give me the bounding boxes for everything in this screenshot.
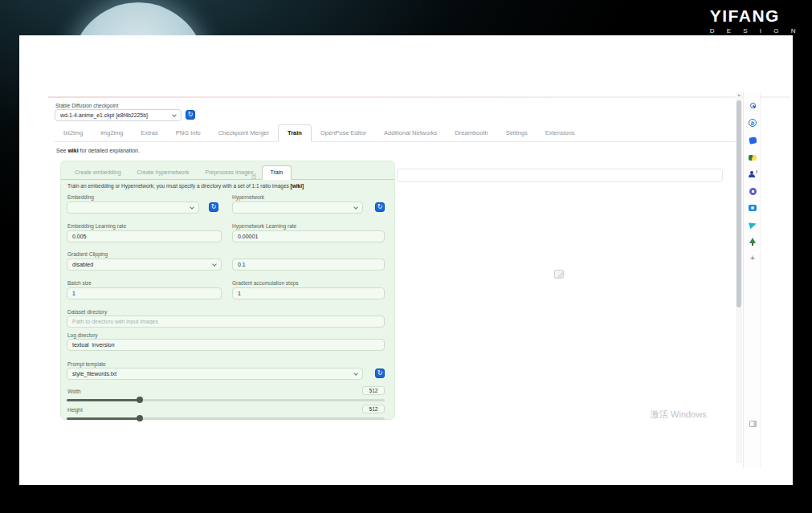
width-slider-thumb[interactable] <box>137 397 143 403</box>
translate-letter: I <box>756 169 757 174</box>
plus-glyph: + <box>750 254 755 263</box>
checkpoint-refresh-button[interactable]: ↻ <box>186 110 195 120</box>
camera-lens <box>751 206 754 210</box>
search-icon-handle <box>753 105 756 108</box>
search-icon-glass <box>750 103 756 108</box>
log-directory-input[interactable] <box>67 339 385 351</box>
camera-shape <box>749 205 757 211</box>
tree-icon[interactable] <box>748 237 757 246</box>
wiki-link[interactable]: wiki <box>67 148 78 153</box>
width-slider-fill <box>67 399 140 401</box>
height-slider[interactable] <box>67 417 385 420</box>
hypernetwork-dropdown[interactable] <box>232 202 363 214</box>
embedding-refresh-button[interactable]: ↻ <box>209 202 218 212</box>
image-creator-icon[interactable] <box>748 153 757 162</box>
tab-checkpoint-merger[interactable]: Checkpoint Merger <box>210 125 278 141</box>
person-body <box>749 174 755 177</box>
subtab-create-hypernetwork[interactable]: Create hypernetwork <box>129 166 198 179</box>
translate-icon[interactable]: I <box>748 169 757 179</box>
sidebar-panel-icon[interactable] <box>748 419 757 429</box>
panel-bar <box>753 421 756 426</box>
browser-page: Stable Diffusion checkpoint wd-1-4-anime… <box>19 35 793 485</box>
bing-chat-icon[interactable]: b <box>748 118 757 128</box>
height-slider-thumb[interactable] <box>137 415 143 421</box>
games-icon[interactable] <box>748 186 757 196</box>
training-output-textbox[interactable] <box>397 169 723 182</box>
brand-subtitle: D E S I G N <box>710 27 801 35</box>
browser-sidebar: b I <box>743 92 761 468</box>
gear-ring-shape <box>749 188 757 195</box>
panel-shape <box>749 421 757 427</box>
batch-size-input[interactable] <box>67 287 222 299</box>
prompt-template-label: Prompt template <box>67 361 106 367</box>
train-panel: Create embedding Create hypernetwork Pre… <box>60 161 395 420</box>
embedding-lr-input[interactable] <box>67 230 222 242</box>
chevron-down-icon <box>172 112 177 117</box>
refresh-icon: ↻ <box>377 204 383 210</box>
screenshot-icon[interactable] <box>748 203 757 213</box>
log-directory-label: Log directory <box>67 332 98 338</box>
tab-extras[interactable]: Extras <box>133 125 167 141</box>
bing-letter: b <box>749 119 757 127</box>
tab-txt2img[interactable]: txt2img <box>55 125 92 141</box>
top-divider-line <box>48 96 790 98</box>
tab-png-info[interactable]: PNG Info <box>167 125 210 141</box>
embedding-dropdown[interactable] <box>67 202 199 214</box>
hypernetwork-lr-input[interactable] <box>232 230 385 242</box>
width-value-box[interactable]: 512 <box>362 386 385 395</box>
paper-plane-shape <box>748 221 757 229</box>
cursor-hand-icon: ☝ <box>251 172 256 181</box>
subtab-create-embedding[interactable]: Create embedding <box>67 166 129 179</box>
tree-top <box>749 238 756 243</box>
width-label: Width <box>67 389 81 394</box>
scrollbar-thumb[interactable] <box>737 100 741 307</box>
chevron-down-icon <box>190 205 194 210</box>
tab-additional-networks[interactable]: Additional Networks <box>375 125 446 141</box>
prompt-template-refresh-button[interactable]: ↻ <box>375 368 385 378</box>
checkpoint-label: Stable Diffusion checkpoint <box>55 103 118 108</box>
wiki-note: See wiki for detailed explanation. <box>56 148 140 153</box>
wiki-note-pre: See <box>56 148 67 153</box>
train-description-wiki-link[interactable]: [wiki] <box>291 183 304 189</box>
subtab-train[interactable]: Train <box>262 165 292 180</box>
broken-image-icon <box>554 270 564 279</box>
refresh-icon: ↻ <box>188 112 194 118</box>
tab-openpose-editor[interactable]: OpenPose Editor <box>312 125 375 141</box>
person-shape: I <box>749 170 757 178</box>
tab-extensions[interactable]: Extensions <box>537 125 584 141</box>
tab-img2img[interactable]: img2img <box>92 125 132 141</box>
refresh-icon: ↻ <box>211 204 217 210</box>
height-slider-fill <box>67 417 140 420</box>
wiki-note-post: for detailed explanation. <box>79 148 140 153</box>
tab-settings[interactable]: Settings <box>497 125 537 141</box>
add-sidebar-item-icon[interactable]: + <box>748 254 757 263</box>
prompt-template-dropdown[interactable]: style_filewords.txt <box>67 368 363 380</box>
shopping-icon[interactable] <box>748 136 757 145</box>
width-slider[interactable] <box>67 399 385 401</box>
train-description: Train an embedding or Hypernetwork; you … <box>67 183 304 189</box>
prompt-template-value: style_filewords.txt <box>72 371 116 377</box>
gradient-accumulation-input[interactable] <box>232 287 385 299</box>
windows-activation-watermark: 激活 Windows <box>651 409 707 421</box>
gradient-clipping-dropdown[interactable]: disabled <box>67 259 222 271</box>
gradient-accumulation-label: Gradient accumulation steps <box>232 280 298 286</box>
hypernetwork-refresh-button[interactable]: ↻ <box>375 202 385 212</box>
checkpoint-dropdown[interactable]: wd-1-4-anime_e1.ckpt [e8f4b2225b] <box>55 109 182 121</box>
tab-train[interactable]: Train <box>278 124 312 142</box>
hypernetwork-label: Hypernetwork <box>232 194 264 200</box>
brand-name: YIFANG <box>710 6 801 26</box>
dataset-directory-input[interactable] <box>67 316 385 328</box>
train-description-text: Train an embedding or Hypernetwork; you … <box>67 183 291 189</box>
brand-logo: YIFANG D E S I G N <box>710 6 801 35</box>
refresh-icon: ↻ <box>377 370 383 377</box>
height-value-box[interactable]: 512 <box>362 405 385 413</box>
gradient-clipping-value-input[interactable] <box>232 259 385 271</box>
image-card-shape <box>749 155 757 161</box>
height-label: Height <box>67 407 83 413</box>
scrollbar-up-arrow[interactable]: ▲ <box>736 92 742 97</box>
train-subtab-bar: Create embedding Create hypernetwork Pre… <box>61 164 394 180</box>
search-icon[interactable] <box>748 100 757 110</box>
tab-dreambooth[interactable]: Dreambooth <box>446 125 496 141</box>
shopping-bag-shape <box>749 136 757 145</box>
send-icon[interactable] <box>748 220 757 230</box>
